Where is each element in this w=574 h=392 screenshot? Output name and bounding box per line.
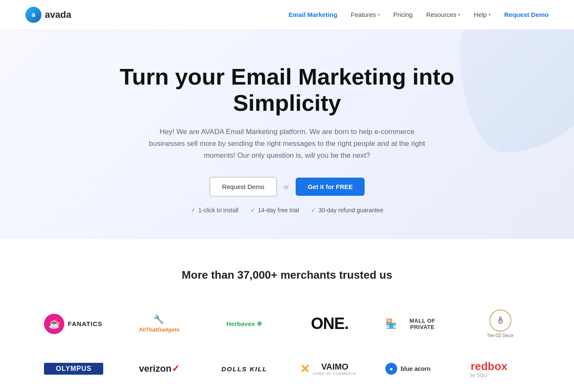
allthat-icon: 🔧 (129, 314, 189, 325)
check-icon: ✓ (311, 207, 316, 214)
logo-vaimo: ✕ VAIMO CORE OF COMMERCE (289, 355, 371, 383)
nav-link-email-marketing[interactable]: Email Marketing (288, 11, 337, 18)
brand-name: avada (45, 9, 71, 20)
chevron-down-icon: ▾ (489, 12, 491, 17)
redbox-label: redbox (471, 360, 508, 373)
chevron-down-icon: ▾ (378, 12, 380, 17)
nav-item-pricing[interactable]: Pricing (393, 11, 413, 18)
hero-buttons: Request Demo or Get it for FREE (17, 177, 557, 197)
hero-section: Turn your Email Marketing into Simplicit… (0, 30, 574, 239)
redbox-sublabel: by SQLI (471, 373, 488, 378)
trusted-section: More than 37,000+ merchants trusted us F… (0, 239, 574, 392)
ozdecor-icon: 🕯 (489, 310, 511, 332)
nav-link-pricing[interactable]: Pricing (393, 11, 413, 18)
ozdecor-label: The OZ Decor (471, 333, 530, 338)
mall-label: Mall of Private (400, 318, 445, 330)
logo-link[interactable]: a avada (25, 7, 71, 23)
check-icon: ✓ (191, 207, 196, 214)
hero-subtext: Hey! We are AVADA Email Marketing platfo… (143, 126, 431, 162)
check-icon: ✓ (250, 207, 255, 214)
verizon-label: verizon✓ (129, 363, 189, 374)
request-demo-button[interactable]: Request Demo (209, 177, 277, 197)
one-label: ONE. (300, 315, 359, 333)
nav-link-help[interactable]: Help ▾ (474, 11, 491, 18)
trusted-heading: More than 37,000+ merchants trusted us (25, 269, 549, 282)
logos-grid-row1: FANATICS 🔧 AllThatGadgets Herbavex ❊ ONE… (33, 303, 541, 384)
nav-link-resources[interactable]: Resources ▾ (426, 11, 460, 18)
mall-icon: 🏪 (385, 318, 397, 329)
logo-verizon: verizon✓ (118, 356, 200, 381)
logo-dollskill: DOLLS KILL (204, 359, 285, 379)
logo-redbox: redbox by SQLI (460, 353, 541, 384)
logo-blueacorn: ● blue acorn (374, 356, 456, 381)
get-free-button[interactable]: Get it for FREE (296, 178, 365, 196)
hero-content: Turn your Email Marketing into Simplicit… (17, 63, 557, 214)
logo-fanatics: FANATICS (33, 307, 115, 341)
logo-icon: a (25, 7, 41, 23)
nav-links: Email Marketing Features ▾ Pricing Resou… (288, 11, 549, 18)
logo-olympus: OLYMPUS (33, 356, 115, 381)
navbar: a avada Email Marketing Features ▾ Prici… (0, 0, 574, 30)
blueacorn-icon: ● (385, 363, 397, 375)
nav-item-resources[interactable]: Resources ▾ (426, 11, 460, 18)
nav-item-email-marketing[interactable]: Email Marketing (288, 11, 337, 18)
hero-badges: ✓ 1-click to install ✓ 14-day free trial… (17, 207, 557, 214)
or-separator: or (284, 184, 289, 190)
logo-allthatgadgets: 🔧 AllThatGadgets (118, 307, 200, 340)
nav-item-features[interactable]: Features ▾ (351, 11, 379, 18)
badge-install: ✓ 1-click to install (191, 207, 239, 214)
chevron-down-icon: ▾ (458, 12, 460, 17)
nav-link-request-demo[interactable]: Request Demo (504, 11, 549, 18)
nav-item-help[interactable]: Help ▾ (474, 11, 491, 18)
badge-refund: ✓ 30-day refund guarantee (311, 207, 383, 214)
badge-trial: ✓ 14-day free trial (250, 207, 299, 214)
vaimo-label: VAIMO CORE OF COMMERCE (313, 362, 356, 376)
olympus-label: OLYMPUS (44, 363, 103, 375)
blueacorn-label: blue acorn (401, 365, 431, 372)
fanatics-label: FANATICS (68, 320, 102, 327)
logo-herbavex: Herbavex ❊ (204, 313, 285, 334)
fanatics-icon (44, 314, 64, 334)
logo-ozdecor: 🕯 The OZ Decor (460, 303, 541, 345)
nav-link-features[interactable]: Features ▾ (351, 11, 379, 18)
nav-item-request-demo[interactable]: Request Demo (504, 11, 549, 18)
logo-mallofprivate: 🏪 Mall of Private (374, 311, 456, 337)
dollskill-label: DOLLS KILL (215, 365, 274, 373)
vaimo-icon: ✕ (300, 362, 310, 376)
logo-one: ONE. (289, 308, 371, 340)
hero-heading: Turn your Email Marketing into Simplicit… (97, 63, 478, 116)
herbavex-label: Herbavex ❊ (226, 320, 262, 327)
allthat-label: AllThatGadgets (129, 326, 189, 334)
